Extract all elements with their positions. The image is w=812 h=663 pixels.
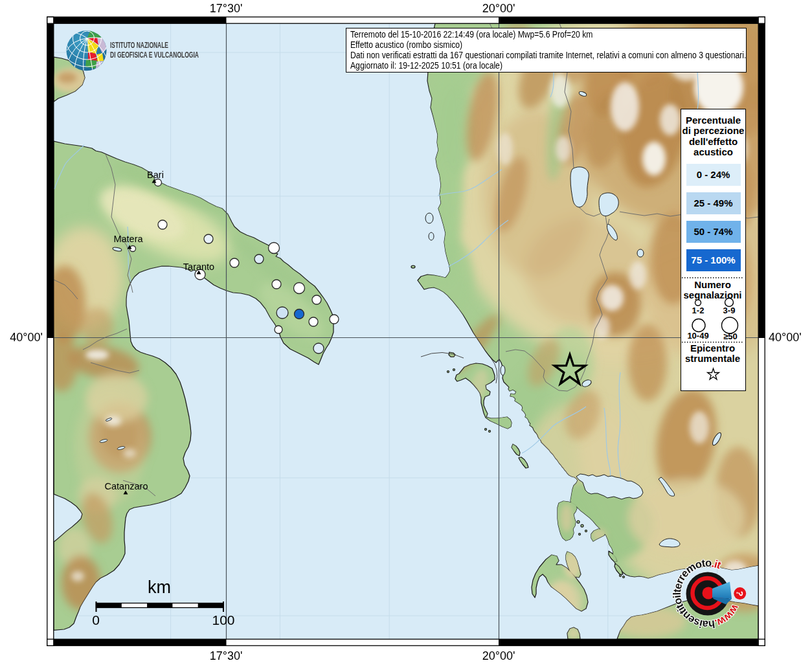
svg-text:Numero: Numero <box>694 279 731 290</box>
svg-text:Catanzaro: Catanzaro <box>105 481 148 491</box>
svg-text:Bari: Bari <box>147 170 164 180</box>
svg-text:segnalazioni: segnalazioni <box>683 289 741 300</box>
svg-text:17°30': 17°30' <box>210 649 243 662</box>
svg-text:Matera: Matera <box>113 234 143 244</box>
svg-text:3-9: 3-9 <box>723 306 736 315</box>
svg-text:strumentale: strumentale <box>685 353 740 364</box>
svg-text:17°30': 17°30' <box>210 2 243 15</box>
svg-text:ISTITUTO NAZIONALE: ISTITUTO NAZIONALE <box>110 40 168 50</box>
svg-text:km: km <box>148 578 171 597</box>
svg-text:10-49: 10-49 <box>687 331 708 341</box>
svg-text:DI GEOFISICA E VULCANOLOGIA: DI GEOFISICA E VULCANOLOGIA <box>110 50 199 60</box>
svg-text:≥50: ≥50 <box>723 332 738 341</box>
svg-text:100: 100 <box>212 612 234 627</box>
svg-text:20°00': 20°00' <box>482 2 515 15</box>
svg-text:40°00': 40°00' <box>769 331 802 344</box>
svg-text:Epicentro: Epicentro <box>690 343 735 354</box>
svg-text:0: 0 <box>92 612 100 627</box>
svg-text:1-2: 1-2 <box>692 306 705 315</box>
svg-text:20°00': 20°00' <box>482 649 515 662</box>
svg-text:40°00': 40°00' <box>10 331 43 344</box>
svg-text:Taranto: Taranto <box>183 262 214 272</box>
